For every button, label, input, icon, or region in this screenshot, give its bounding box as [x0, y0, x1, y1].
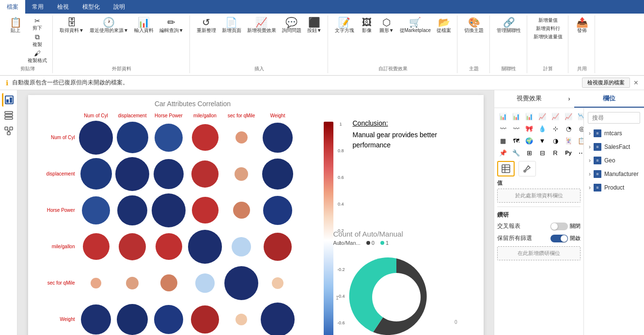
image-button[interactable]: 🖼 影像: [358, 16, 376, 35]
chart-title: Car Attributes Correlation: [52, 100, 333, 108]
switch-theme-button[interactable]: 🎨 切換主題: [462, 16, 486, 35]
add-data-field-button[interactable]: 於此處新增資料欄位: [497, 189, 581, 203]
cut-button[interactable]: ✂ 剪下: [26, 16, 48, 32]
textbox-button[interactable]: 📝 文字方塊: [333, 16, 356, 35]
data-view-icon[interactable]: [2, 109, 16, 122]
format-brush-button[interactable]: [518, 161, 536, 176]
relations-label: 關聯性: [502, 65, 516, 72]
viz-multirow-card[interactable]: 📋: [576, 135, 584, 146]
new-quick-measure-button[interactable]: 新增快速量值: [532, 33, 564, 41]
matrix-row-2: Horse Power: [35, 192, 296, 228]
get-data-button[interactable]: 🗄 取得資料▼: [58, 16, 86, 35]
tab-fields[interactable]: 欄位: [574, 90, 644, 108]
ask-question-button[interactable]: 💬 詢問問題: [280, 16, 303, 35]
refresh-button[interactable]: ↺ 重新整理: [195, 16, 218, 35]
tab-view[interactable]: 檢視: [50, 0, 76, 14]
viz-stacked-bar[interactable]: 📊: [497, 111, 509, 122]
viz-python[interactable]: Py: [563, 147, 574, 158]
new-measure-button[interactable]: 新增量值: [532, 16, 564, 24]
manage-relations-button[interactable]: 🔗 管理關聯性: [495, 16, 523, 35]
tab-file[interactable]: 檔案: [0, 0, 25, 14]
viz-gauge[interactable]: ◑: [550, 135, 561, 146]
ribbon-group-relations: 🔗 管理關聯性 關聯性: [491, 16, 527, 73]
add-drill-field-button[interactable]: 在此新增鑽研欄位: [497, 246, 581, 260]
conclusion-box: Conclusion: Manual gear provides better …: [353, 119, 469, 150]
fields-group-manufacturer-header[interactable]: › ≡ Manufacturer: [588, 168, 640, 180]
copy-button[interactable]: ⧉ 複製: [26, 32, 48, 48]
viz-card[interactable]: 🃏: [563, 135, 574, 146]
viz-treemap[interactable]: ▦: [497, 135, 509, 146]
marketplace-button[interactable]: 🛒 從Marketplace: [398, 16, 433, 35]
viz-stacked-col[interactable]: 📈: [536, 111, 548, 122]
tab-model[interactable]: 模型化: [76, 0, 107, 14]
ribbon-content: 📋 貼上 ✂ 剪下 ⧉ 複製 🖌 複製格式: [0, 14, 644, 75]
conclusion-text: Manual gear provides better performance: [353, 130, 469, 150]
legend-dot-0: [366, 241, 370, 245]
tab-visualizations[interactable]: 視覺效果: [494, 90, 565, 108]
new-page-button[interactable]: 📄 新增頁面: [220, 16, 243, 35]
viz-line[interactable]: 📉: [576, 111, 584, 122]
viz-table[interactable]: ⊞: [523, 147, 535, 158]
report-view-icon[interactable]: [2, 93, 16, 107]
button-button[interactable]: ⬛ 按鈕▼: [305, 16, 324, 35]
restore-files-button[interactable]: 檢視復原的檔案: [582, 78, 630, 88]
viz-more[interactable]: ⋯: [576, 147, 584, 158]
viz-area[interactable]: 〰: [497, 123, 509, 134]
geo-table-icon: ≡: [594, 157, 601, 164]
viz-r-script[interactable]: R: [550, 147, 561, 158]
ribbon-group-external: 🗄 取得資料▼ 🕐 最近使用的來源▼ 📊 輸入資料 ✏ 編輯查詢▼ 外部資料: [54, 16, 190, 73]
viz-map[interactable]: 🗺: [510, 135, 522, 146]
fields-group-rntcars-header[interactable]: › ≡ rntcars: [588, 128, 640, 139]
tab-help[interactable]: 說明: [107, 0, 132, 14]
keep-filters-toggle-container: 開啟: [550, 235, 581, 242]
close-notification-button[interactable]: ×: [634, 79, 638, 87]
viz-scatter[interactable]: ⊹: [550, 123, 561, 134]
tab-home[interactable]: 常用: [25, 0, 50, 14]
canvas-area[interactable]: Car Attributes Correlation Num of Cyl di…: [17, 90, 494, 335]
new-column-button[interactable]: 新增資料行: [532, 25, 564, 32]
left-sidebar: [0, 90, 17, 335]
keep-filters-row: 保留所有篩選 開啟: [497, 234, 581, 242]
model-view-icon[interactable]: [2, 124, 16, 138]
viz-kpi[interactable]: 📌: [497, 147, 509, 158]
cross-report-toggle[interactable]: [550, 223, 568, 230]
rntcars-label: rntcars: [604, 130, 622, 137]
publish-button[interactable]: 📤 發佈: [573, 16, 591, 35]
viz-100-bar[interactable]: 📊: [523, 111, 535, 122]
fields-group-geo-header[interactable]: › ≡ Geo: [588, 155, 640, 166]
viz-filled-map[interactable]: 🌍: [523, 135, 535, 146]
canvas-page: Car Attributes Correlation Num of Cyl di…: [28, 95, 484, 335]
search-input[interactable]: [588, 112, 640, 124]
viz-waterfall[interactable]: 💧: [536, 123, 548, 134]
format-copy-button[interactable]: 🖌 複製格式: [26, 49, 48, 64]
edit-query-button[interactable]: ✏ 編輯查詢▼: [157, 16, 186, 35]
viz-matrix[interactable]: ⊟: [536, 147, 548, 158]
paste-button[interactable]: 📋 貼上: [7, 16, 24, 35]
expand-panel-button[interactable]: ›: [565, 90, 574, 108]
right-panel: 視覺效果 › 欄位 📊 📊 📊 📈 📈 📈 📉 〰 〰: [494, 90, 644, 335]
viz-ribbon[interactable]: 🎀: [523, 123, 535, 134]
viz-clustered-bar[interactable]: 📊: [510, 111, 522, 122]
shapes-button[interactable]: ⬡ 圖形▼: [377, 16, 396, 35]
viz-funnel[interactable]: ▼: [536, 135, 548, 146]
viz-slicer[interactable]: 🔧: [510, 147, 522, 158]
data-format-button[interactable]: [497, 161, 515, 176]
viz-donut[interactable]: ◎: [576, 123, 584, 134]
input-data-icon: 📊: [138, 17, 150, 27]
colorbar: 1 0.8 0.6 0.4 0.2 0 -0.2 -0.4 -0.6 -0.8 …: [324, 122, 333, 335]
viz-100-col[interactable]: 📈: [563, 111, 574, 122]
ribbon-group-custom: 📝 文字方塊 🖼 影像 ⬡ 圖形▼ 🛒 從Marketplace 📂: [329, 16, 457, 73]
fields-group-salesfact-header[interactable]: › ≡ SalesFact: [588, 141, 640, 153]
recent-sources-button[interactable]: 🕐 最近使用的來源▼: [88, 16, 130, 35]
fields-group-product-header[interactable]: › ≡ Product: [588, 182, 640, 193]
viz-stacked-area[interactable]: 〰: [510, 123, 522, 134]
new-visual-button[interactable]: 📈 新增視覺效果: [245, 16, 278, 35]
cross-report-toggle-container: 關閉: [550, 223, 581, 230]
viz-pie[interactable]: ◔: [563, 123, 574, 134]
keep-filters-toggle[interactable]: [550, 235, 568, 242]
from-file-button[interactable]: 📂 從檔案: [435, 16, 453, 35]
viz-clustered-col[interactable]: 📈: [550, 111, 561, 122]
row-label-5: Weight: [35, 317, 78, 322]
input-data-button[interactable]: 📊 輸入資料: [132, 16, 156, 35]
svg-rect-1: [6, 99, 9, 103]
